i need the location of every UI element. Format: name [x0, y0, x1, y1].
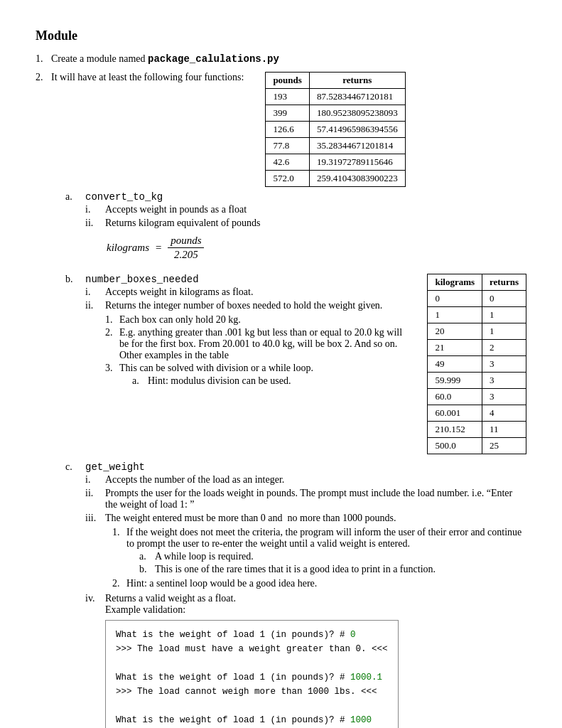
formula-numerator: pounds — [168, 235, 204, 248]
code-block: What is the weight of load 1 (in pounds)… — [105, 620, 399, 728]
table-row: 19387.52834467120181 — [266, 89, 405, 105]
table-row: 201 — [428, 323, 526, 340]
table-row: 399180.95238095238093 — [266, 105, 405, 122]
table1-col2-header: returns — [309, 73, 405, 89]
formula-equals: = — [155, 242, 162, 254]
table-row: 11 — [428, 307, 526, 323]
table-row: 572.0259.41043083900223 — [266, 171, 405, 187]
section-c-name: get_weight — [85, 461, 145, 473]
section-a: a. convert_to_kg i. Accepts weight in po… — [65, 191, 526, 267]
code-line-7: What is the weight of load 1 (in pounds)… — [116, 713, 388, 727]
table2-container: kilograms returns 001120121249359.999360… — [427, 274, 526, 454]
section-c-item-iv: iv. Returns a valid weight as a float. E… — [85, 593, 526, 728]
formula-lhs: kilograms — [107, 242, 149, 254]
item1-number: 1. — [36, 53, 51, 65]
section-c-item-ii: ii. Prompts the user for the loads weigh… — [85, 488, 526, 510]
table1-container: pounds returns 19387.5283446712018139918… — [265, 72, 405, 187]
table-row: 42.619.31972789115646 — [266, 154, 405, 171]
code-line-1: What is the weight of load 1 (in pounds)… — [116, 628, 388, 642]
item1-text: Create a module named package_calulation… — [51, 53, 279, 65]
section-c: c. get_weight i. Accepts the number of t… — [65, 461, 526, 728]
pounds-table: pounds returns 19387.5283446712018139918… — [265, 72, 405, 187]
section-b-sub3a: a. Hint: modulus division can be used. — [132, 375, 313, 387]
item2-intro: It will have at least the following four… — [51, 72, 244, 83]
section-b-name: number_boxes_needed — [85, 274, 199, 285]
table-row: 210.15211 — [428, 422, 526, 438]
section-b-sub2: 2. E.g. anything greater than .001 kg bu… — [105, 327, 406, 361]
table2-col2-header: returns — [482, 274, 526, 291]
formula-block: kilograms = pounds 2.205 — [107, 235, 526, 261]
code-line-3 — [116, 656, 388, 670]
table-row: 60.0014 — [428, 405, 526, 422]
code-line-2: >>> The load must have a weight greater … — [116, 642, 388, 656]
section-a-name: convert_to_kg — [85, 191, 163, 203]
kilograms-table: kilograms returns 001120121249359.999360… — [427, 274, 526, 454]
table-row: 126.657.414965986394556 — [266, 122, 405, 138]
section-b: b. number_boxes_needed i. Accepts weight… — [65, 274, 406, 390]
code-line-4: What is the weight of load 1 (in pounds)… — [116, 670, 388, 685]
section-c-sub1: 1. If the weight does not meet the crite… — [112, 527, 526, 577]
table1-col1-header: pounds — [266, 73, 309, 89]
example-label: Example validation: — [105, 604, 185, 615]
table-row: 500.025 — [428, 438, 526, 454]
table2-col1-header: kilograms — [428, 274, 482, 291]
table-row: 59.9993 — [428, 373, 526, 389]
formula-denominator: 2.205 — [171, 248, 201, 261]
section-c-item-i: i. Accepts the number of the load as an … — [85, 474, 526, 486]
code-line-6 — [116, 699, 388, 713]
section-a-item-ii: ii. Returns kilogram equivalent of pound… — [85, 218, 526, 229]
section-c-sub1a: a. A while loop is required. — [139, 551, 526, 562]
table-row: 00 — [428, 291, 526, 307]
table-row: 60.03 — [428, 389, 526, 405]
section-b-sub1: 1. Each box can only hold 20 kg. — [105, 314, 406, 326]
section-a-item-i: i. Accepts weight in pounds as a float — [85, 204, 526, 215]
code-line-5: >>> The load cannot weigh more than 1000… — [116, 685, 388, 699]
item2-number: 2. — [36, 72, 51, 83]
section-b-sub3: 3. This can be solved with division or a… — [105, 363, 406, 388]
table-row: 77.835.28344671201814 — [266, 138, 405, 154]
table-row: 493 — [428, 356, 526, 373]
section-c-sub2: 2. Hint: a sentinel loop would be a good… — [112, 578, 526, 589]
section-b-item-i: i. Accepts weight in kilograms as float. — [85, 287, 406, 298]
section-c-sub1b: b. This is one of the rare times that it… — [139, 564, 526, 575]
formula-fraction: pounds 2.205 — [168, 235, 204, 261]
section-c-item-iii: iii. The weight entered must be more tha… — [85, 513, 526, 591]
section-b-item-ii: ii. Returns the integer number of boxes … — [85, 300, 406, 311]
page-title: Module — [36, 28, 526, 43]
table-row: 212 — [428, 340, 526, 356]
